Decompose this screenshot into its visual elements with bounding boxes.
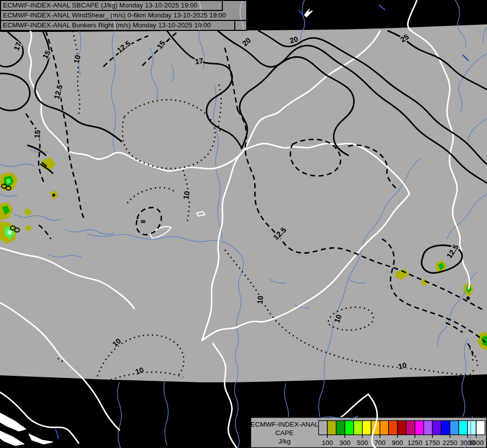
legend-tick-label: 5000	[469, 439, 484, 447]
contour-label: 15	[32, 129, 42, 138]
title-panel: ECMWF-INDEX-ANAL SBCAPE (J/kg) Monday 13…	[0, 0, 247, 31]
legend-swatch	[450, 421, 459, 435]
contour-label: 10	[397, 361, 407, 371]
legend-title: ECMWF-INDEX-ANAL	[251, 421, 319, 428]
title-line-windshear: ECMWF-INDEX-ANAL WindShear_ (m/s) 0-6km …	[1, 11, 246, 21]
legend-swatch	[424, 421, 433, 435]
legend-tick-label: 1750	[425, 439, 440, 447]
legend-swatch	[415, 421, 424, 435]
model-domain-area	[0, 24, 487, 382]
contour-label: 8	[139, 220, 147, 223]
legend-tick-label: 300	[339, 439, 351, 447]
legend-swatch	[432, 421, 441, 435]
weather-map-screenshot: 17151012.5151720202512.51510812.512.5101…	[0, 0, 487, 448]
cape-legend: ECMWF-INDEX-ANAL CAPE J/kg 1003005007009…	[251, 418, 487, 448]
title-line-bunkers: ECMWF-INDEX-ANAL Bunkers Right (m/s) Mon…	[1, 21, 235, 30]
legend-swatch	[459, 421, 468, 435]
legend-swatch	[354, 421, 363, 435]
legend-swatch	[441, 421, 450, 435]
legend-swatch	[389, 421, 397, 435]
legend-tick-label: 1250	[407, 439, 422, 447]
legend-swatch	[363, 421, 372, 435]
legend-swatch	[468, 421, 477, 435]
legend-colorbar	[319, 421, 485, 435]
legend-swatch	[476, 421, 485, 435]
legend-subtitle: CAPE	[276, 429, 294, 437]
legend-swatch	[380, 421, 389, 435]
legend-tick-label: 500	[357, 439, 368, 447]
legend-tick-label: 2250	[442, 439, 457, 447]
legend-swatch	[319, 421, 328, 435]
legend-tick-label: 700	[374, 439, 386, 447]
legend-units: J/kg	[279, 438, 291, 445]
legend-swatch	[345, 421, 354, 435]
legend-tick-label: 900	[392, 439, 403, 447]
contour-label: 10	[182, 190, 192, 200]
contour-label: 17	[195, 56, 204, 66]
legend-swatch	[336, 421, 345, 435]
contour-label: 10	[255, 295, 265, 304]
contour-label: 10	[72, 54, 82, 64]
legend-swatch	[397, 421, 406, 435]
legend-swatch	[406, 421, 415, 435]
map-canvas: 17151012.5151720202512.51510812.512.5101…	[0, 0, 487, 448]
title-line-sbcape: ECMWF-INDEX-ANAL SBCAPE (J/kg) Monday 13…	[1, 1, 223, 11]
legend-swatch	[327, 421, 336, 435]
legend-tick-label: 100	[322, 439, 333, 447]
